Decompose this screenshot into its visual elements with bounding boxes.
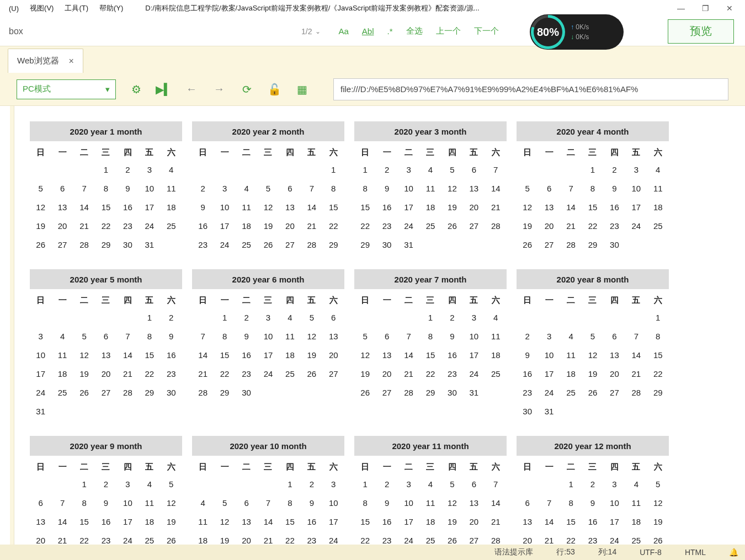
calendar-day: 30	[161, 383, 182, 402]
calendar-day: 11	[560, 345, 582, 364]
calendar-day: 2	[117, 160, 139, 179]
calendar-day: 11	[139, 493, 160, 512]
calendar-day: 16	[517, 364, 538, 383]
calendar-day: 18	[419, 198, 441, 216]
forward-icon[interactable]: →	[212, 82, 226, 97]
calendar-day: 1	[323, 160, 344, 179]
calendar-day: 21	[485, 198, 507, 216]
calendar-day: 24	[30, 383, 51, 402]
bell-icon[interactable]: 🔔	[729, 548, 738, 557]
lock-icon[interactable]: 🔓	[267, 82, 281, 97]
weekday-header: 一	[214, 456, 235, 474]
status-encoding[interactable]: UTF-8	[640, 548, 662, 557]
calendar-day: 4	[192, 493, 214, 512]
calendar-day: 6	[538, 179, 560, 198]
preview-button[interactable]: 预览	[668, 19, 734, 44]
find-dropdown-icon[interactable]: ⌄	[315, 28, 321, 35]
weekday-header: 一	[51, 289, 73, 308]
back-icon[interactable]: ←	[184, 82, 199, 97]
calendar-day: 13	[376, 345, 397, 364]
calendar-day: 15	[354, 512, 376, 531]
calendar-day: 3	[625, 160, 647, 179]
calendar-day: 28	[73, 235, 95, 254]
calendar-day: 8	[419, 327, 441, 345]
calendar-day: 11	[279, 327, 301, 345]
find-word-option[interactable]: Abl	[362, 26, 374, 36]
calendar-day: 15	[139, 345, 160, 364]
tab-web-browser[interactable]: Web浏览器 ×	[8, 49, 83, 73]
calendar-day: 15	[354, 198, 376, 216]
calendar-day: 27	[323, 364, 344, 383]
find-case-option[interactable]: Aa	[338, 26, 348, 36]
status-syntax[interactable]: 语法提示库	[494, 547, 533, 557]
weekday-header: 五	[301, 456, 322, 474]
weekday-header: 日	[517, 456, 538, 474]
reload-icon[interactable]: ⟳	[240, 82, 254, 97]
calendar-day: 22	[323, 216, 344, 235]
find-regex-option[interactable]: .*	[387, 26, 393, 36]
weekday-header: 五	[139, 456, 160, 474]
maximize-button[interactable]: ❐	[693, 4, 717, 13]
calendar-day: 12	[73, 345, 95, 364]
calendar-day: 4	[279, 308, 301, 327]
calendar-day: 19	[30, 216, 51, 235]
url-input[interactable]	[333, 78, 728, 100]
calendar-day: 25	[485, 364, 507, 383]
find-selectall-option[interactable]: 全选	[406, 26, 423, 36]
calendar-day: 19	[214, 531, 235, 545]
calendar-day: 21	[560, 216, 582, 235]
calendar-day: 26	[73, 383, 95, 402]
calendar-day: 23	[117, 216, 139, 235]
calendar-day: 22	[73, 531, 95, 545]
calendar-day: 28	[625, 383, 647, 402]
status-lang[interactable]: HTML	[685, 548, 706, 557]
mode-select[interactable]: PC模式 ▾	[17, 79, 116, 99]
menu-help[interactable]: 帮助(Y)	[94, 3, 129, 13]
calendar-day: 14	[485, 179, 507, 198]
grid-icon[interactable]: ▦	[295, 82, 309, 97]
find-prev-button[interactable]: 上一个	[436, 26, 461, 36]
find-next-button[interactable]: 下一个	[474, 26, 499, 36]
calendar-day: 25	[419, 531, 441, 545]
calendar-day: 20	[463, 512, 485, 531]
calendar-day: 26	[517, 235, 538, 254]
calendar-day: 18	[192, 531, 214, 545]
rendered-page[interactable]: 2020 year 1 month日一二三四五六1234567891011121…	[14, 106, 745, 545]
calendar-table: 日一二三四五六123456789101112131415161718192021…	[517, 456, 669, 545]
left-gutter	[10, 106, 14, 545]
calendar-day: 15	[582, 198, 603, 216]
weekday-header: 日	[192, 141, 214, 160]
calendar-table: 日一二三四五六123456789101112131415161718192021…	[354, 289, 507, 402]
calendar-day: 18	[560, 364, 582, 383]
menu-view[interactable]: 视图(V)	[24, 3, 59, 13]
calendar-day: 28	[485, 216, 507, 235]
calendar-day: 12	[517, 198, 538, 216]
calendar-day: 27	[463, 216, 485, 235]
calendar-day: 24	[398, 531, 419, 545]
menu-u[interactable]: (U)	[3, 4, 24, 13]
calendar-day: 14	[73, 198, 95, 216]
calendar-day: 24	[604, 531, 625, 545]
calendar-day: 29	[582, 235, 603, 254]
weekday-header: 五	[463, 289, 485, 308]
calendar-day: 19	[517, 216, 538, 235]
devtools-icon[interactable]: ▶▍	[157, 82, 171, 97]
weekday-header: 日	[192, 456, 214, 474]
window-close-button[interactable]: ✕	[717, 4, 742, 13]
gear-icon[interactable]: ⚙	[129, 82, 143, 97]
calendar-day: 14	[538, 512, 560, 531]
weekday-header: 四	[441, 456, 463, 474]
month-title: 2020 year 8 month	[517, 269, 669, 289]
weekday-header: 一	[538, 141, 560, 160]
menu-tools[interactable]: 工具(T)	[59, 3, 94, 13]
tab-close-icon[interactable]: ×	[69, 56, 74, 66]
minimize-button[interactable]: —	[669, 4, 693, 13]
find-input[interactable]	[6, 23, 298, 40]
calendar-day: 19	[647, 512, 669, 531]
calendar-day: 24	[463, 364, 485, 383]
calendar-day: 11	[647, 179, 669, 198]
calendar-day: 17	[538, 364, 560, 383]
mode-label: PC模式	[23, 84, 51, 94]
calendar-day: 4	[419, 474, 441, 493]
performance-widget[interactable]: 80% 0K/s 0K/s	[530, 14, 624, 50]
